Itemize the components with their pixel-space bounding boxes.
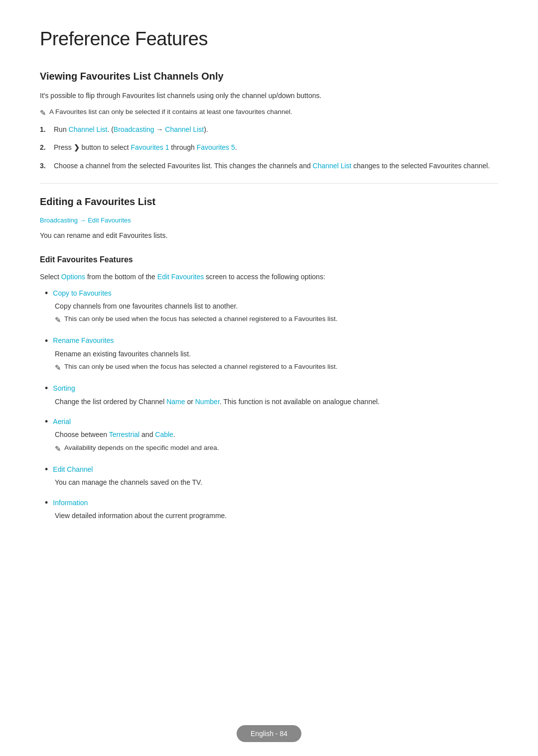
broadcasting-link-1[interactable]: Broadcasting [114, 125, 154, 133]
rename-favourites-desc: Rename an existing favourites channels l… [45, 348, 498, 359]
step-1: 1. Run Channel List. (Broadcasting → Cha… [40, 124, 498, 135]
step-2: 2. Press ❯ button to select Favourites 1… [40, 142, 498, 153]
sorting-title: • Sorting [45, 383, 498, 394]
copy-favourites-link[interactable]: Copy to Favourites [53, 288, 112, 299]
favourites1-link[interactable]: Favourites 1 [131, 143, 169, 151]
cable-link[interactable]: Cable [155, 431, 173, 438]
channel-list-link-3[interactable]: Channel List [313, 162, 352, 170]
edit-channel-desc: You can manage the channels saved on the… [45, 477, 498, 488]
breadcrumb: Broadcasting → Edit Favourites [40, 216, 498, 226]
bullet-dot: • [45, 384, 48, 393]
subsection-title: Edit Favourites Features [40, 253, 498, 266]
step1-num: 1. [40, 124, 54, 135]
copy-favourites-title: • Copy to Favourites [45, 288, 498, 299]
copy-favourites-desc: Copy channels from one favourites channe… [45, 301, 498, 312]
information-desc: View detailed information about the curr… [45, 510, 498, 521]
section1-title: Viewing Favourites List Channels Only [40, 68, 498, 84]
breadcrumb-arrow: → [80, 216, 88, 224]
list-item-rename-favourites: • Rename Favourites Rename an existing f… [45, 335, 498, 374]
aerial-note: ✎ Availability depends on the specific m… [45, 442, 498, 455]
step1-text: Run Channel List. (Broadcasting → Channe… [54, 124, 208, 135]
step3-text: Choose a channel from the selected Favou… [54, 160, 490, 171]
step3-num: 3. [40, 160, 54, 171]
rename-favourites-title: • Rename Favourites [45, 335, 498, 346]
note-icon-rename: ✎ [55, 362, 61, 374]
note-icon: ✎ [40, 107, 46, 119]
aerial-link[interactable]: Aerial [53, 416, 71, 427]
note-icon-aerial: ✎ [55, 443, 61, 455]
page-title: Preference Features [40, 24, 498, 54]
section-viewing-favourites: Viewing Favourites List Channels Only It… [40, 68, 498, 171]
step2-text: Press ❯ button to select Favourites 1 th… [54, 142, 237, 153]
bullet-dot: • [45, 465, 48, 474]
broadcasting-breadcrumb-link[interactable]: Broadcasting [40, 216, 78, 224]
list-item-information: • Information View detailed information … [45, 497, 498, 522]
sorting-desc: Change the list ordered by Channel Name … [45, 396, 498, 407]
bullet-dot: • [45, 289, 48, 298]
aerial-title: • Aerial [45, 416, 498, 427]
list-item-copy-favourites: • Copy to Favourites Copy channels from … [45, 288, 498, 326]
note-icon-copy: ✎ [55, 314, 61, 326]
terrestrial-link[interactable]: Terrestrial [109, 431, 139, 438]
footer-page-number: English - 84 [237, 725, 301, 742]
list-item-edit-channel: • Edit Channel You can manage the channe… [45, 464, 498, 488]
channel-list-link-2[interactable]: Channel List [165, 125, 204, 133]
step-3: 3. Choose a channel from the selected Fa… [40, 160, 498, 171]
edit-favourites-breadcrumb-link[interactable]: Edit Favourites [88, 216, 131, 224]
number-link[interactable]: Number [195, 398, 220, 406]
favourites5-link[interactable]: Favourites 5 [197, 143, 235, 151]
bullet-dot: • [45, 498, 48, 507]
rename-favourites-note: ✎ This can only be used when the focus h… [45, 361, 498, 374]
edit-favourites-link[interactable]: Edit Favourites [157, 273, 204, 281]
copy-favourites-note: ✎ This can only be used when the focus h… [45, 314, 498, 326]
footer-bar: English - 84 [0, 725, 538, 742]
select-desc: Select Options from the bottom of the Ed… [40, 271, 498, 283]
chevron-icon: ❯ [74, 142, 80, 153]
aerial-desc: Choose between Terrestrial and Cable. [45, 429, 498, 440]
list-item-sorting: • Sorting Change the list ordered by Cha… [45, 383, 498, 407]
information-title: • Information [45, 497, 498, 508]
edit-channel-link[interactable]: Edit Channel [53, 464, 93, 475]
information-link[interactable]: Information [53, 497, 88, 508]
name-link[interactable]: Name [166, 398, 185, 406]
section-divider [40, 183, 498, 184]
options-link[interactable]: Options [61, 273, 85, 281]
section1-steps: 1. Run Channel List. (Broadcasting → Cha… [40, 124, 498, 171]
features-list: • Copy to Favourites Copy channels from … [40, 288, 498, 522]
section2-intro: You can rename and edit Favourites lists… [40, 230, 498, 241]
edit-channel-title: • Edit Channel [45, 464, 498, 475]
channel-list-link-1[interactable]: Channel List [69, 125, 108, 133]
rename-favourites-link[interactable]: Rename Favourites [53, 335, 114, 346]
section-editing-favourites: Editing a Favourites List Broadcasting →… [40, 194, 498, 521]
sorting-link[interactable]: Sorting [53, 383, 75, 394]
bullet-dot: • [45, 336, 48, 345]
section2-title: Editing a Favourites List [40, 194, 498, 210]
step2-num: 2. [40, 142, 54, 153]
section1-intro: It's possible to flip through Favourites… [40, 90, 498, 102]
bullet-dot: • [45, 417, 48, 426]
section1-note1: ✎ A Favourites list can only be selected… [40, 107, 498, 119]
list-item-aerial: • Aerial Choose between Terrestrial and … [45, 416, 498, 455]
